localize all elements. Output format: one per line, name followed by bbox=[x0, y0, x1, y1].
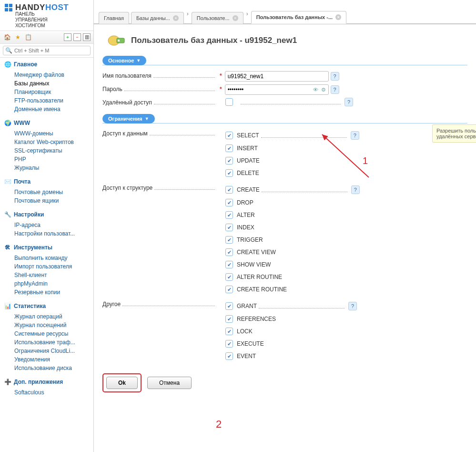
perm-checkbox-references[interactable] bbox=[225, 315, 233, 323]
close-icon[interactable]: × bbox=[173, 15, 179, 21]
clipboard-icon[interactable]: 📋 bbox=[24, 33, 32, 41]
perm-label: EVENT bbox=[237, 353, 256, 360]
nav-item[interactable]: Журналы bbox=[4, 164, 90, 172]
nav-item[interactable]: Менеджер файлов bbox=[4, 71, 90, 79]
perm-checkbox-alter-routine[interactable] bbox=[225, 273, 233, 281]
chevron-right-icon: › bbox=[245, 10, 249, 20]
nav-item[interactable]: Резервные копии bbox=[4, 288, 90, 297]
help-icon[interactable]: ? bbox=[351, 131, 359, 140]
perm-checkbox-trigger[interactable] bbox=[225, 236, 233, 244]
nav-item[interactable]: Базы данных bbox=[4, 79, 90, 88]
remote-access-checkbox[interactable] bbox=[225, 98, 233, 106]
help-icon[interactable]: ? bbox=[351, 185, 360, 194]
nav-item[interactable]: PHP bbox=[4, 155, 90, 164]
perm-checkbox-create-view[interactable] bbox=[225, 248, 233, 256]
nav-item[interactable]: Уведомления bbox=[4, 355, 90, 364]
search-input[interactable] bbox=[14, 48, 88, 53]
nav-item[interactable]: Softaculous bbox=[4, 388, 90, 397]
cancel-button[interactable]: Отмена bbox=[147, 377, 192, 389]
section-basic-header[interactable]: Основное▼ bbox=[102, 56, 146, 65]
nav-header-stats[interactable]: 📊Статистика bbox=[4, 302, 90, 310]
nav-item[interactable]: IP-адреса bbox=[4, 221, 90, 229]
label-remote: Удалённый доступ bbox=[102, 99, 152, 106]
chevron-right-icon: › bbox=[186, 10, 190, 20]
perm-checkbox-insert[interactable] bbox=[225, 144, 233, 152]
nav-header-mail[interactable]: ✉️Почта bbox=[4, 178, 90, 185]
svg-rect-0 bbox=[5, 4, 8, 7]
perm-label: SELECT bbox=[237, 132, 259, 139]
nav-item[interactable]: Импорт пользователя bbox=[4, 262, 90, 271]
nav-item[interactable]: Использование траф... bbox=[4, 338, 90, 347]
perm-checkbox-delete[interactable] bbox=[225, 169, 233, 177]
sidebar-toolbar: 🏠 ★ 📋 ＋ － ▥ bbox=[0, 31, 93, 44]
perm-checkbox-show-view[interactable] bbox=[225, 261, 233, 268]
nav-item[interactable]: Доменные имена bbox=[4, 105, 90, 113]
settings-icon: 🔧 bbox=[4, 211, 11, 218]
perm-checkbox-lock[interactable] bbox=[225, 328, 233, 335]
nav-item[interactable]: Использование диска bbox=[4, 364, 90, 372]
username-input[interactable] bbox=[225, 71, 329, 82]
nav-item[interactable]: Системные ресурсы bbox=[4, 329, 90, 338]
perm-label: INSERT bbox=[237, 145, 258, 152]
nav-item[interactable]: Выполнить команду bbox=[4, 254, 90, 262]
perm-checkbox-event[interactable] bbox=[225, 352, 233, 360]
nav-header-settings[interactable]: 🔧Настройки bbox=[4, 211, 90, 218]
perm-checkbox-execute[interactable] bbox=[225, 340, 233, 348]
tab-dbuser[interactable]: Пользователь баз данных -...× bbox=[251, 11, 346, 24]
nav-header-tools[interactable]: 🛠Инструменты bbox=[4, 244, 90, 251]
help-icon[interactable]: ? bbox=[344, 98, 353, 106]
perm-checkbox-create-routine[interactable] bbox=[225, 286, 233, 293]
svg-rect-2 bbox=[5, 8, 8, 11]
nav-item[interactable]: Ограничения CloudLi... bbox=[4, 347, 90, 355]
help-icon[interactable]: ? bbox=[331, 85, 339, 94]
perm-label: UPDATE bbox=[237, 157, 260, 164]
help-icon[interactable]: ? bbox=[348, 302, 357, 310]
section-limits-header[interactable]: Ограничения▼ bbox=[102, 114, 155, 123]
perm-checkbox-index[interactable] bbox=[225, 224, 233, 231]
perm-checkbox-update[interactable] bbox=[225, 157, 233, 164]
nav-item[interactable]: WWW-домены bbox=[4, 129, 90, 138]
nav-item[interactable]: SSL-сертификаты bbox=[4, 146, 90, 155]
main-icon: 🌐 bbox=[4, 61, 11, 68]
close-icon[interactable]: × bbox=[233, 15, 238, 21]
tab-home[interactable]: Главная bbox=[99, 12, 129, 24]
nav-item[interactable]: Почтовые ящики bbox=[4, 196, 90, 205]
perm-checkbox-alter[interactable] bbox=[225, 211, 233, 219]
ok-button[interactable]: Ok bbox=[106, 377, 138, 389]
chevron-down-icon: ▼ bbox=[136, 58, 141, 63]
nav-item[interactable]: Журнал посещений bbox=[4, 321, 90, 329]
tabs: Главная Базы данны...× › Пользовате...× … bbox=[94, 2, 476, 24]
nav-item[interactable]: phpMyAdmin bbox=[4, 279, 90, 288]
nav-header-main[interactable]: 🌐Главное bbox=[4, 61, 90, 68]
star-icon[interactable]: ★ bbox=[13, 33, 22, 41]
stats-icon: 📊 bbox=[4, 302, 11, 310]
expand-all-button[interactable]: ＋ bbox=[64, 33, 71, 41]
eye-icon[interactable]: 👁 bbox=[313, 86, 319, 93]
nav-item[interactable]: Планировщик bbox=[4, 88, 90, 96]
nav-item[interactable]: Журнал операций bbox=[4, 312, 90, 321]
nav-header-label: Инструменты bbox=[14, 244, 52, 251]
perm-checkbox-create[interactable] bbox=[225, 186, 233, 194]
perm-checkbox-drop[interactable] bbox=[225, 199, 233, 206]
close-icon[interactable]: × bbox=[335, 14, 341, 20]
help-icon[interactable]: ? bbox=[331, 72, 339, 81]
tab-users[interactable]: Пользовате...× bbox=[192, 12, 243, 24]
nav-item[interactable]: Настройки пользоват... bbox=[4, 229, 90, 238]
perm-checkbox-select[interactable] bbox=[225, 132, 233, 139]
nav-header-www[interactable]: 🌍WWW bbox=[4, 119, 90, 127]
generate-icon[interactable]: ⚙ bbox=[320, 86, 327, 93]
nav-item[interactable]: Shell-клиент bbox=[4, 271, 90, 279]
layout-button[interactable]: ▥ bbox=[83, 33, 91, 41]
perm-checkbox-grant[interactable] bbox=[225, 302, 233, 310]
tab-databases[interactable]: Базы данны...× bbox=[131, 12, 184, 24]
search-box[interactable]: 🔍 bbox=[3, 46, 91, 55]
nav-item[interactable]: Почтовые домены bbox=[4, 188, 90, 196]
page-icon bbox=[107, 31, 126, 50]
nav-item[interactable]: Каталог Web-скриптов bbox=[4, 138, 90, 146]
home-icon[interactable]: 🏠 bbox=[3, 33, 11, 41]
nav-item[interactable]: FTP-пользователи bbox=[4, 96, 90, 105]
nav-header-addons[interactable]: ➕Доп. приложения bbox=[4, 378, 90, 386]
perm-label: CREATE ROUTINE bbox=[237, 286, 287, 293]
collapse-all-button[interactable]: － bbox=[73, 33, 81, 41]
perm-label: DELETE bbox=[237, 170, 259, 176]
